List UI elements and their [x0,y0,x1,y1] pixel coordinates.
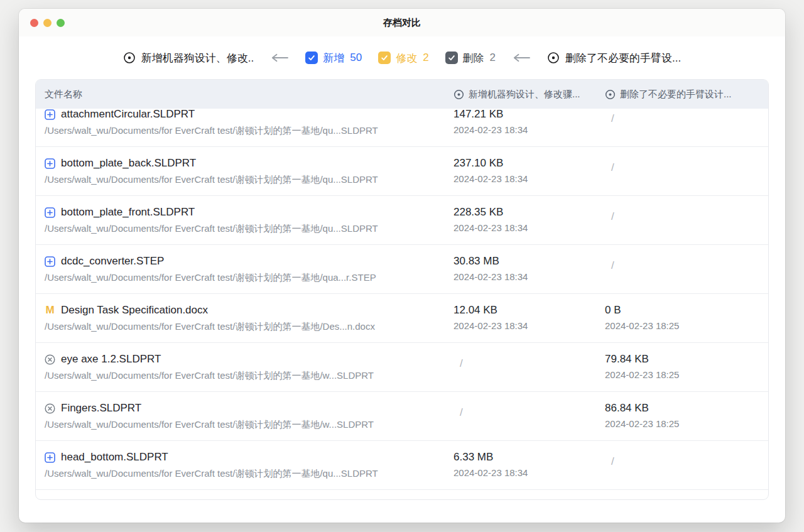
table-scroll-viewport[interactable]: attachmentCircular.SLDPRT /Users/walt_wu… [36,109,768,500]
file-size: 86.84 KB [605,401,768,416]
version-a-cell: 30.83 MB 2024-02-23 18:34 [454,254,605,293]
file-size: 228.35 KB [454,205,605,220]
file-name: Design Task Specification.docx [61,303,208,318]
commit-icon [454,89,464,100]
file-row[interactable]: bottom_plate_back.SLDPRT /Users/walt_wu/… [36,147,768,196]
empty-placeholder: / [611,112,768,125]
file-name: head_top.SLDPRT [61,499,150,500]
file-date: 2024-02-23 18:34 [454,172,605,186]
file-row[interactable]: head_top.SLDPRT /Users/walt_wu/Documents… [36,490,768,500]
arrow-left-icon [512,53,531,62]
plus-square-icon [45,207,55,218]
version-a-cell: 6.33 MB 2024-02-23 18:34 [454,450,605,489]
file-path: /Users/walt_wu/Documents/for EverCraft t… [45,124,454,138]
right-version-selector[interactable]: 删除了不必要的手臂设... [547,51,681,65]
window-titlebar: 存档对比 [19,9,785,36]
left-version-label: 新增机器狗设计、修改.. [141,51,254,65]
file-name: head_bottom.SLDPRT [61,450,168,465]
file-path: /Users/walt_wu/Documents/for EverCraft t… [45,467,454,480]
file-date: 2024-02-23 18:34 [454,270,605,284]
version-a-cell: / [454,401,605,440]
version-b-cell: / [605,109,768,146]
version-b-cell: / [605,205,768,244]
file-size: 30.83 MB [454,254,605,269]
empty-placeholder: / [460,406,605,419]
version-b-cell: 86.84 KB 2024-02-23 18:25 [605,401,768,440]
version-toolbar: 新增机器狗设计、修改.. 新增 50 修改 2 删除 2 [19,43,785,73]
file-date: 2024-02-23 18:25 [605,319,768,333]
file-path: /Users/walt_wu/Documents/for EverCraft t… [45,173,454,187]
empty-placeholder: / [460,357,605,370]
version-b-cell: / [605,156,768,195]
left-version-selector[interactable]: 新增机器狗设计、修改.. [123,51,254,65]
version-a-cell: 228.35 KB 2024-02-23 18:34 [454,205,605,244]
version-a-cell: / [454,352,605,391]
file-size: 237.10 KB [454,156,605,171]
file-date: 2024-02-23 18:34 [454,466,605,480]
empty-placeholder: / [611,161,768,174]
file-row[interactable]: Fingers.SLDPRT /Users/walt_wu/Documents/… [36,392,768,441]
checkbox-checked-icon[interactable] [445,52,458,64]
table-header: 文件名称 新增机器狗设计、修改骤... 删除了不必要的手臂设计... [36,80,768,109]
checkbox-checked-icon[interactable] [305,52,318,64]
version-a-cell: 12.04 KB 2024-02-23 18:34 [454,303,605,342]
file-size: 6.33 MB [454,450,605,465]
file-date: 2024-02-23 18:34 [454,123,605,137]
arrow-left-icon [270,53,289,62]
file-diff-table: 文件名称 新增机器狗设计、修改骤... 删除了不必要的手臂设计... [35,79,769,500]
file-name: Fingers.SLDPRT [61,401,141,416]
filter-deleted-checkbox[interactable]: 删除 2 [445,51,496,65]
version-a-cell: 147.21 KB 2024-02-23 18:34 [454,109,605,146]
file-name: bottom_plate_back.SLDPRT [61,156,196,171]
filter-modified-checkbox[interactable]: 修改 2 [378,51,428,65]
file-path: /Users/walt_wu/Documents/for EverCraft t… [45,369,454,383]
filter-modified-count: 2 [423,52,428,64]
version-a-cell [454,499,605,500]
m-badge-icon: M [45,305,55,316]
empty-placeholder: / [611,455,768,468]
file-size: 0 B [605,303,768,318]
file-path: /Users/walt_wu/Documents/for EverCraft t… [45,271,454,285]
circle-x-icon [45,403,55,414]
plus-square-icon [45,256,55,267]
file-name: bottom_plate_front.SLDPRT [61,205,195,220]
file-date: 2024-02-23 18:34 [454,319,605,333]
filter-deleted-count: 2 [490,52,496,64]
filter-added-count: 50 [350,52,362,64]
file-row[interactable]: head_bottom.SLDPRT /Users/walt_wu/Docume… [36,441,768,490]
version-a-cell: 237.10 KB 2024-02-23 18:34 [454,156,605,195]
file-path: /Users/walt_wu/Documents/for EverCraft t… [45,222,454,236]
file-row[interactable]: dcdc_converter.STEP /Users/walt_wu/Docum… [36,245,768,294]
filter-added-label: 新增 [323,51,344,65]
file-size: 147.21 KB [454,109,605,122]
commit-icon [123,52,136,64]
file-name: dcdc_converter.STEP [61,254,164,269]
right-version-label: 删除了不必要的手臂设... [565,51,681,65]
file-date: 2024-02-23 18:25 [605,417,768,431]
file-row[interactable]: attachmentCircular.SLDPRT /Users/walt_wu… [36,109,768,147]
file-name: attachmentCircular.SLDPRT [61,109,195,122]
window-title: 存档对比 [19,9,785,36]
file-size: 12.04 KB [454,303,605,318]
file-row[interactable]: eye axe 1.2.SLDPRT /Users/walt_wu/Docume… [36,343,768,392]
version-b-cell: 0 B 2024-02-23 18:25 [605,303,768,342]
column-header-filename: 文件名称 [36,89,454,100]
empty-placeholder: / [611,259,768,272]
filter-added-checkbox[interactable]: 新增 50 [305,51,362,65]
file-row[interactable]: M Design Task Specification.docx /Users/… [36,294,768,343]
archive-compare-window: 存档对比 新增机器狗设计、修改.. 新增 50 修改 2 [19,9,785,523]
column-header-version-a: 新增机器狗设计、修改骤... [454,89,605,100]
file-name: eye axe 1.2.SLDPRT [61,352,161,367]
plus-square-icon [45,452,55,463]
version-b-cell: 79.84 KB 2024-02-23 18:25 [605,352,768,391]
commit-icon [605,89,616,100]
circle-x-icon [45,354,55,365]
plus-square-icon [45,158,55,169]
file-path: /Users/walt_wu/Documents/for EverCraft t… [45,320,454,334]
version-b-cell: / [605,450,768,489]
column-header-version-b: 删除了不必要的手臂设计... [605,89,768,100]
checkbox-checked-icon[interactable] [378,52,391,64]
version-b-cell: / [605,254,768,293]
file-row[interactable]: bottom_plate_front.SLDPRT /Users/walt_wu… [36,196,768,245]
empty-placeholder: / [611,210,768,223]
